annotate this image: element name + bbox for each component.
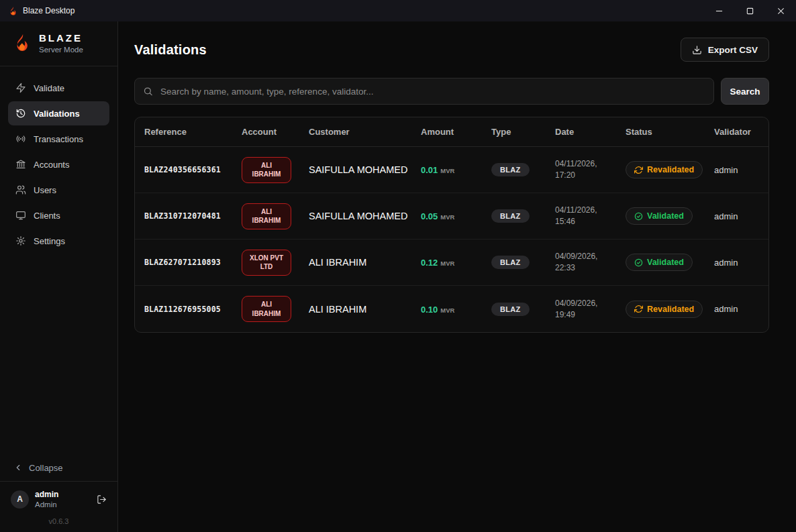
type-cell: BLAZ — [491, 256, 555, 269]
window-controls — [703, 0, 796, 21]
avatar: A — [11, 490, 29, 509]
brand: BLAZE Server Mode — [0, 21, 117, 66]
status-label: Validated — [647, 211, 684, 221]
users-icon — [15, 184, 26, 195]
type-cell: BLAZ — [491, 163, 555, 176]
user-row: A admin Admin — [11, 490, 107, 509]
close-icon — [777, 7, 785, 15]
page-title: Validations — [134, 42, 207, 58]
account-cell: ALI IBRAHIM — [242, 203, 309, 229]
titlebar: Blaze Desktop — [0, 0, 796, 21]
maximize-icon — [746, 7, 754, 15]
brand-name: BLAZE — [39, 32, 83, 44]
account-badge: ALI IBRAHIM — [242, 296, 291, 322]
table-row[interactable]: BLAZ627071210893 XLON PVT LTD ALI IBRAHI… — [135, 240, 768, 286]
nav-label: Clients — [34, 211, 60, 221]
amount-cell: 0.10MVR — [421, 303, 491, 315]
logout-button[interactable] — [97, 494, 107, 504]
sidebar-item-transactions[interactable]: Transactions — [8, 127, 109, 151]
status-badge: Validated — [626, 254, 693, 271]
status-label: Validated — [647, 258, 684, 267]
status-label: Revalidated — [647, 305, 694, 314]
export-csv-button[interactable]: Export CSV — [681, 38, 769, 62]
table-row[interactable]: BLAZ240356656361 ALI IBRAHIM SAIFULLA MO… — [135, 147, 768, 193]
date-cell: 04/09/2026, 22:33 — [555, 251, 626, 274]
table-row[interactable]: BLAZ310712070481 ALI IBRAHIM SAIFULLA MO… — [135, 193, 768, 240]
flame-icon — [8, 6, 18, 16]
export-csv-label: Export CSV — [708, 45, 758, 55]
sidebar-item-validations[interactable]: Validations — [8, 101, 109, 125]
type-badge: BLAZ — [491, 163, 530, 176]
minimize-icon — [715, 7, 723, 15]
minimize-button[interactable] — [703, 0, 734, 21]
nav-label: Accounts — [34, 160, 69, 170]
refresh-icon — [634, 166, 643, 174]
user-section: A admin Admin v0.6.3 — [0, 481, 117, 532]
type-badge: BLAZ — [491, 209, 530, 223]
currency-label: MVR — [440, 260, 454, 267]
sidebar-item-accounts[interactable]: Accounts — [8, 152, 109, 176]
check-circle-icon — [634, 212, 643, 221]
refresh-icon — [634, 305, 643, 313]
column-header-account: Account — [242, 127, 309, 137]
column-header-status: Status — [626, 127, 714, 137]
customer-cell: SAIFULLA MOHAMED — [309, 164, 421, 175]
status-cell: Revalidated — [626, 301, 714, 318]
account-badge: ALI IBRAHIM — [242, 157, 291, 183]
date-cell: 04/11/2026, 15:46 — [555, 205, 626, 227]
amount-value: 0.10 — [421, 305, 438, 315]
search-input[interactable] — [134, 78, 714, 105]
bolt-icon — [15, 83, 26, 93]
validator-cell: admin — [714, 165, 759, 175]
column-header-customer: Customer — [309, 127, 421, 137]
status-cell: Revalidated — [626, 161, 714, 178]
currency-label: MVR — [440, 307, 454, 314]
column-header-amount: Amount — [421, 127, 491, 137]
account-cell: XLON PVT LTD — [242, 250, 309, 276]
check-circle-icon — [634, 258, 643, 267]
reference-cell: BLAZ240356656361 — [144, 165, 242, 174]
status-cell: Validated — [626, 207, 714, 225]
time-line: 17:20 — [555, 170, 626, 181]
search-button[interactable]: Search — [721, 78, 769, 105]
account-cell: ALI IBRAHIM — [242, 157, 309, 183]
amount-value: 0.01 — [421, 165, 438, 175]
account-badge: ALI IBRAHIM — [242, 203, 291, 229]
account-badge: XLON PVT LTD — [242, 250, 291, 276]
time-line: 15:46 — [555, 216, 626, 227]
history-icon — [15, 108, 26, 119]
maximize-button[interactable] — [734, 0, 765, 21]
nav-label: Validations — [34, 109, 80, 119]
validator-cell: admin — [714, 211, 759, 221]
sidebar-item-users[interactable]: Users — [8, 178, 109, 202]
validations-table: Reference Account Customer Amount Type D… — [134, 117, 769, 333]
collapse-button[interactable]: Collapse — [0, 455, 117, 481]
broadcast-icon — [15, 134, 26, 144]
sidebar: BLAZE Server Mode Validate Validations T… — [0, 21, 118, 532]
nav-label: Settings — [34, 236, 65, 246]
amount-value: 0.12 — [421, 258, 438, 268]
amount-cell: 0.01MVR — [421, 164, 491, 176]
chevron-left-icon — [13, 463, 23, 472]
type-cell: BLAZ — [491, 209, 555, 223]
customer-cell: ALI IBRAHIM — [309, 257, 421, 268]
table-header: Reference Account Customer Amount Type D… — [135, 117, 768, 147]
type-badge: BLAZ — [491, 256, 530, 269]
monitor-icon — [15, 210, 26, 221]
logout-icon — [97, 494, 107, 504]
sidebar-item-clients[interactable]: Clients — [8, 203, 109, 227]
time-line: 22:33 — [555, 262, 626, 274]
close-button[interactable] — [765, 0, 796, 21]
currency-label: MVR — [440, 167, 454, 174]
date-cell: 04/11/2026, 17:20 — [555, 158, 626, 181]
sidebar-item-validate[interactable]: Validate — [8, 76, 109, 100]
date-line: 04/09/2026, — [555, 251, 626, 262]
validator-cell: admin — [714, 258, 759, 268]
search-box — [134, 78, 714, 105]
download-icon — [692, 45, 702, 55]
main-content: Validations Export CSV Search Reference … — [118, 21, 796, 532]
user-name: admin — [35, 490, 58, 500]
table-row[interactable]: BLAZ112676955005 ALI IBRAHIM ALI IBRAHIM… — [135, 286, 768, 332]
user-role: Admin — [35, 500, 58, 509]
sidebar-item-settings[interactable]: Settings — [8, 229, 109, 253]
